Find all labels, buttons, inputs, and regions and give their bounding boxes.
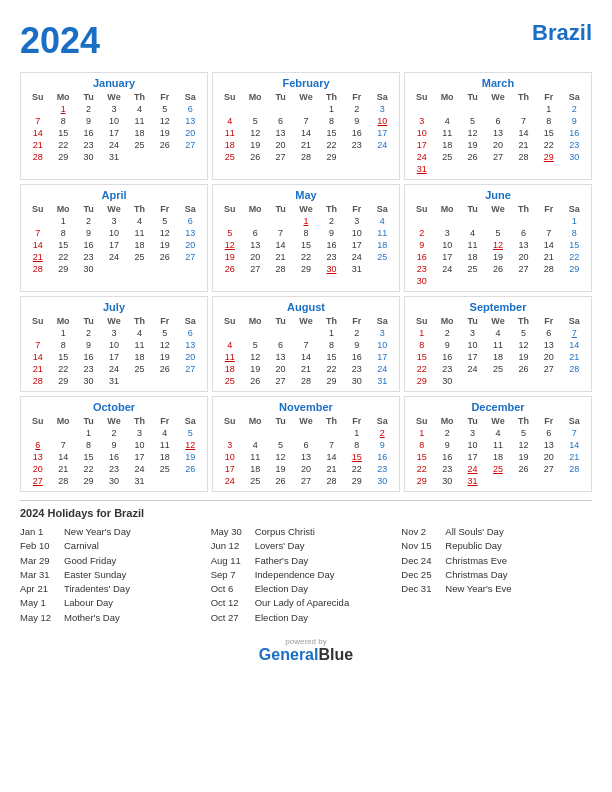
month-title: February <box>217 77 395 89</box>
calendar-day: 5 <box>152 327 177 339</box>
calendar-day: 6 <box>178 327 203 339</box>
calendar-day: 6 <box>293 439 318 451</box>
day-of-week-header: Fr <box>344 91 369 103</box>
calendar-day <box>127 375 152 387</box>
calendar-day: 8 <box>50 115 75 127</box>
calendar-day: 9 <box>319 227 344 239</box>
holiday-item: Oct 6Election Day <box>211 582 402 596</box>
calendar-day: 13 <box>178 115 203 127</box>
holiday-item: Oct 12Our Lady of Aparecida <box>211 596 402 610</box>
calendar-day: 30 <box>344 375 369 387</box>
calendar-day: 28 <box>562 363 587 375</box>
calendar-day: 30 <box>562 151 587 163</box>
calendar-day: 29 <box>536 151 561 163</box>
calendar-day: 7 <box>293 115 318 127</box>
calendar-day <box>485 163 510 175</box>
day-of-week-header: Fr <box>536 415 561 427</box>
holiday-date: Oct 27 <box>211 611 249 625</box>
calendar-day: 9 <box>76 115 101 127</box>
holiday-name: Tiradentes' Day <box>64 582 130 596</box>
holiday-name: Lovers' Day <box>255 539 305 553</box>
holiday-date: Jan 1 <box>20 525 58 539</box>
calendar-table: SuMoTuWeThFrSa12345678910111213141516171… <box>217 415 395 487</box>
calendar-day: 3 <box>344 215 369 227</box>
holiday-date: Mar 31 <box>20 568 58 582</box>
calendar-day: 31 <box>344 263 369 275</box>
calendar-day: 4 <box>485 427 510 439</box>
month-title: September <box>409 301 587 313</box>
calendar-day: 15 <box>293 239 318 251</box>
calendar-day: 16 <box>76 127 101 139</box>
calendar-day: 18 <box>127 127 152 139</box>
calendar-day: 24 <box>344 251 369 263</box>
calendar-day: 30 <box>76 263 101 275</box>
calendar-day: 17 <box>409 139 434 151</box>
calendar-day: 21 <box>511 139 536 151</box>
calendar-day: 4 <box>242 439 267 451</box>
calendar-day: 17 <box>460 451 485 463</box>
calendar-day: 28 <box>562 463 587 475</box>
calendar-day: 30 <box>370 475 395 487</box>
calendar-day: 5 <box>511 427 536 439</box>
day-of-week-header: Tu <box>76 415 101 427</box>
calendar-day: 2 <box>370 427 395 439</box>
holiday-name: Republic Day <box>445 539 502 553</box>
calendar-day: 17 <box>101 127 126 139</box>
calendar-day: 13 <box>485 127 510 139</box>
calendar-day: 22 <box>536 139 561 151</box>
holiday-item: Jan 1New Year's Day <box>20 525 211 539</box>
calendar-day: 27 <box>178 363 203 375</box>
calendar-day: 9 <box>344 339 369 351</box>
day-of-week-header: Fr <box>536 91 561 103</box>
calendar-day: 19 <box>152 239 177 251</box>
calendar-day: 26 <box>511 463 536 475</box>
calendar-day: 29 <box>76 475 101 487</box>
calendar-day: 31 <box>460 475 485 487</box>
calendar-day: 24 <box>409 151 434 163</box>
calendar-day: 9 <box>370 439 395 451</box>
footer: powered by GeneralBlue <box>20 637 592 664</box>
calendar-day: 29 <box>409 475 434 487</box>
day-of-week-header: Fr <box>536 203 561 215</box>
holiday-date: Aug 11 <box>211 554 249 568</box>
day-of-week-header: Th <box>319 315 344 327</box>
calendar-day: 23 <box>101 463 126 475</box>
day-of-week-header: Tu <box>460 315 485 327</box>
day-of-week-header: We <box>293 203 318 215</box>
calendar-day: 23 <box>409 263 434 275</box>
calendar-day: 5 <box>511 327 536 339</box>
calendar-day <box>178 151 203 163</box>
calendar-day: 29 <box>50 375 75 387</box>
holiday-name: Father's Day <box>255 554 309 568</box>
calendar-day: 10 <box>409 127 434 139</box>
month-block: SeptemberSuMoTuWeThFrSa12345678910111213… <box>404 296 592 392</box>
calendar-day <box>485 375 510 387</box>
day-of-week-header: Mo <box>242 415 267 427</box>
calendar-day: 29 <box>562 263 587 275</box>
calendar-day: 12 <box>511 439 536 451</box>
calendar-day <box>370 263 395 275</box>
day-of-week-header: Su <box>217 415 242 427</box>
calendar-day: 25 <box>460 263 485 275</box>
calendar-day: 19 <box>217 251 242 263</box>
calendar-day: 10 <box>434 239 459 251</box>
calendar-day: 1 <box>536 103 561 115</box>
calendar-day: 10 <box>101 339 126 351</box>
calendar-day: 13 <box>178 227 203 239</box>
calendar-day: 7 <box>25 339 50 351</box>
calendar-day <box>178 263 203 275</box>
calendar-day: 17 <box>101 239 126 251</box>
calendar-day: 6 <box>178 215 203 227</box>
calendar-day: 15 <box>409 451 434 463</box>
holiday-item: Dec 24Christmas Eve <box>401 554 592 568</box>
calendar-day: 14 <box>25 127 50 139</box>
calendar-day: 3 <box>409 115 434 127</box>
calendar-day: 12 <box>485 239 510 251</box>
calendar-day: 15 <box>50 239 75 251</box>
calendar-day <box>25 215 50 227</box>
calendar-day: 17 <box>127 451 152 463</box>
day-of-week-header: Su <box>409 415 434 427</box>
day-of-week-header: Tu <box>268 91 293 103</box>
calendars-grid: JanuarySuMoTuWeThFrSa1234567891011121314… <box>20 72 592 492</box>
calendar-day: 8 <box>50 339 75 351</box>
